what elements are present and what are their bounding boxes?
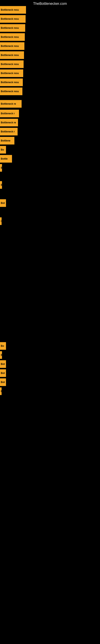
- bottleneck-bar: Bottleneck resu: [0, 15, 26, 23]
- bottleneck-label: Bottleneck resu: [1, 45, 19, 48]
- bottleneck-label: Bo: [1, 148, 4, 151]
- bottleneck-label: Bot: [1, 202, 5, 204]
- bottleneck-bar: Bottleneck re: [0, 119, 18, 126]
- bottleneck-bar: B: [0, 164, 2, 172]
- bottleneck-bar: Bot: [0, 369, 6, 377]
- bottleneck-bar: Bottleneck resu: [0, 88, 22, 95]
- bottleneck-label: Bottleneck r: [1, 130, 15, 133]
- bottleneck-bar: Bottleneck r: [0, 128, 18, 136]
- bottleneck-bar: Bottleneck resu: [0, 70, 23, 77]
- bottleneck-label: Bottleneck resu: [1, 81, 19, 84]
- bottleneck-bar: Bottleneck resu: [0, 60, 24, 68]
- bottleneck-label: Bottle: [1, 158, 8, 160]
- bottleneck-bar: Bottlene: [0, 137, 14, 144]
- bottleneck-bar: Bot: [0, 199, 6, 207]
- bottleneck-label: Bottleneck resu: [1, 36, 19, 38]
- bottleneck-bar: Bottleneck resu: [0, 24, 25, 32]
- bottleneck-label: Bottleneck resu: [1, 54, 19, 56]
- bottleneck-bar: Bo: [0, 342, 6, 350]
- bottleneck-label: Bot: [1, 381, 5, 384]
- bottleneck-bar: Bottleneck resu: [0, 51, 24, 59]
- bottleneck-bar: Bot: [0, 360, 6, 368]
- bottleneck-label: B: [1, 166, 2, 169]
- bottleneck-bar: l: [0, 217, 1, 225]
- bottleneck-label: B: [1, 390, 1, 393]
- bottleneck-bar: Bottleneck r: [0, 110, 19, 117]
- bottleneck-label: Bottleneck resu: [1, 26, 19, 30]
- bottleneck-label: Bottleneck resu: [1, 63, 19, 66]
- bottleneck-label: Bottleneck resu: [1, 8, 19, 11]
- bottleneck-label: B: [1, 184, 2, 186]
- bottleneck-bar: Bottleneck re: [0, 100, 22, 108]
- bottleneck-label: Bottleneck resu: [1, 90, 19, 93]
- bottleneck-label: l: [1, 220, 1, 222]
- bottleneck-bar: Bottleneck resu: [0, 33, 25, 41]
- bottleneck-label: Bottleneck resu: [1, 18, 19, 20]
- bottleneck-bar: Bottleneck resu: [0, 42, 24, 50]
- bottleneck-bar: Bottle: [0, 155, 12, 162]
- bottleneck-label: Bottleneck r: [1, 112, 15, 115]
- bottleneck-label: Bottleneck re: [1, 102, 16, 105]
- bottleneck-label: Bo: [1, 344, 4, 347]
- bottleneck-bar: Bottleneck resu: [0, 78, 23, 86]
- bottleneck-label: Bottleneck re: [1, 121, 16, 124]
- bottleneck-bar: Bo: [0, 146, 6, 154]
- bottleneck-bar: B: [0, 351, 2, 359]
- bottleneck-label: Bottlene: [1, 139, 10, 142]
- bottleneck-bar: Bot: [0, 378, 6, 386]
- bottleneck-bar: Bottleneck resu: [0, 6, 26, 14]
- bottleneck-label: B: [1, 354, 2, 356]
- bottleneck-label: Bot: [1, 363, 5, 366]
- bottleneck-bar: B: [0, 388, 1, 395]
- bottleneck-label: Bottleneck resu: [1, 72, 19, 75]
- bottleneck-label: Bot: [1, 372, 5, 374]
- bottleneck-bar: B: [0, 181, 2, 189]
